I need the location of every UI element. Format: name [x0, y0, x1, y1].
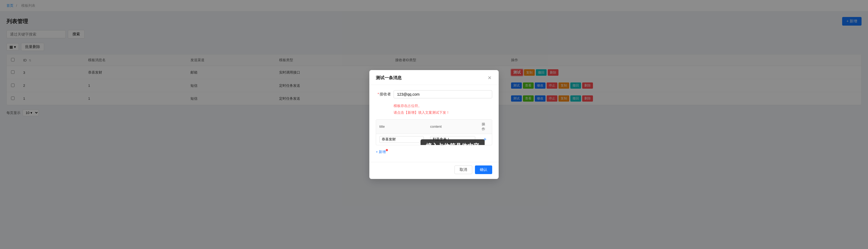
hint-label-spacer — [376, 102, 391, 104]
inner-col-title: title — [376, 120, 427, 122]
recipient-label-text: 接收者 — [380, 92, 391, 96]
hint-row: 模板存在占位符。 请点击【新增】填入文案测试下发！ — [376, 102, 492, 116]
hint-text-block: 模板存在占位符。 请点击【新增】填入文案测试下发！ — [394, 102, 492, 116]
recipient-row: *接收者 — [376, 90, 492, 98]
modal-body: *接收者 模板存在占位符。 请点击【新增】填入文案测试下发！ title — [369, 85, 499, 122]
modal-close-button[interactable]: ✕ — [487, 75, 492, 81]
hint-line1: 模板存在占位符。 — [394, 103, 492, 109]
inner-col-content: content — [427, 120, 479, 122]
inner-table: title content 操作 — [376, 120, 492, 122]
recipient-input[interactable] — [394, 90, 492, 98]
recipient-label: *接收者 — [376, 90, 391, 97]
inner-col-action: 操作 — [478, 120, 492, 122]
modal-header: 测试一条消息 ✕ — [369, 70, 499, 85]
modal-overlay[interactable]: 测试一条消息 ✕ *接收者 模板存在占位符。 请点击【新增】填入文案测试下发！ — [0, 0, 868, 122]
modal: 测试一条消息 ✕ *接收者 模板存在占位符。 请点击【新增】填入文案测试下发！ — [369, 70, 499, 122]
modal-title: 测试一条消息 — [376, 75, 402, 81]
inner-table-header-row: title content 操作 — [376, 120, 492, 122]
inner-table-wrapper: title content 操作 — [376, 119, 492, 122]
required-star: * — [378, 92, 379, 96]
hint-line2: 请点击【新增】填入文案测试下发！ — [394, 110, 492, 116]
